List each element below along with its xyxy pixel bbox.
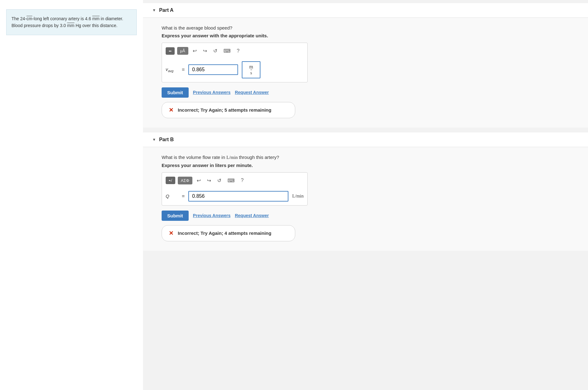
part-b-keyboard-btn[interactable]: ⌨ — [226, 176, 237, 185]
part-b-feedback-box: ✕ Incorrect; Try Again; 4 attempts remai… — [162, 225, 295, 241]
part-a-unit-fraction: m s — [242, 61, 260, 78]
right-panel: ▼ Part A What is the average blood speed… — [143, 0, 588, 390]
part-a-math-input-box: ▪▪ μÅ ↩ ↪ ↺ ⌨ ? vavg — [162, 43, 308, 82]
part-b-unit-label: L/min — [292, 193, 304, 199]
part-b-previous-answers-btn[interactable]: Previous Answers — [193, 213, 231, 218]
part-b-help-btn[interactable]: ? — [239, 176, 246, 184]
part-a-input-row: vavg = 0.865 m s — [166, 61, 304, 78]
part-a-feedback-box: ✕ Incorrect; Try Again; 5 attempts remai… — [162, 102, 295, 118]
problem-info-box: The 24-cm-long left coronary artery is 4… — [6, 9, 137, 35]
part-a-toolbar: ▪▪ μÅ ↩ ↪ ↺ ⌨ ? — [166, 47, 304, 58]
part-b-collapse-arrow[interactable]: ▼ — [152, 137, 156, 142]
part-b-submit-row: Submit Previous Answers Request Answer — [162, 211, 569, 221]
left-panel: The 24-cm-long left coronary artery is 4… — [0, 0, 143, 390]
part-a-request-answer-btn[interactable]: Request Answer — [235, 90, 269, 95]
part-b-express-label: Express your answer in liters per minute… — [162, 163, 569, 168]
part-a-unit-denominator: s — [250, 70, 252, 76]
part-a-reset-btn[interactable]: ↺ — [211, 47, 219, 55]
part-a-collapse-arrow[interactable]: ▼ — [152, 8, 156, 12]
part-a-help-btn[interactable]: ? — [235, 47, 241, 55]
part-b-equals: = — [182, 193, 185, 199]
part-b-header[interactable]: ▼ Part B — [143, 132, 588, 147]
part-a-submit-btn[interactable]: Submit — [162, 87, 189, 98]
part-b-number-input[interactable]: 0.856 — [188, 191, 288, 202]
part-b-template-icon1: ▪√ — [169, 178, 172, 183]
part-b-title: Part B — [159, 137, 174, 142]
part-b-question-pre: What is the volume flow rate in — [162, 155, 225, 160]
part-b-question: What is the volume flow rate in L/min th… — [162, 155, 569, 160]
part-a-express-label: Express your answer with the appropriate… — [162, 33, 569, 38]
part-a-template-icon1: ▪▪ — [169, 49, 172, 53]
part-b-section: ▼ Part B What is the volume flow rate in… — [143, 132, 588, 251]
part-b-incorrect-icon: ✕ — [169, 230, 173, 237]
part-a-submit-row: Submit Previous Answers Request Answer — [162, 87, 569, 98]
part-b-var-label: Q — [166, 193, 178, 199]
part-a-redo-btn[interactable]: ↪ — [201, 47, 209, 55]
part-a-header[interactable]: ▼ Part A — [143, 3, 588, 18]
part-b-question-post: through this artery? — [239, 155, 279, 160]
part-a-title: Part A — [159, 7, 174, 13]
part-b-math-input-box: ▪√ ΑΣΦ ↩ ↪ ↺ ⌨ ? Q — [162, 172, 308, 206]
part-a-body: What is the average blood speed? Express… — [143, 18, 588, 128]
part-a-previous-answers-btn[interactable]: Previous Answers — [193, 90, 231, 95]
part-a-incorrect-icon: ✕ — [169, 107, 173, 114]
part-b-question-unit: L/min — [226, 155, 239, 160]
part-a-number-input[interactable]: 0.865 — [188, 64, 238, 75]
part-a-template-btn2[interactable]: μÅ — [177, 47, 188, 55]
part-a-undo-btn[interactable]: ↩ — [191, 47, 199, 55]
part-a-section: ▼ Part A What is the average blood speed… — [143, 3, 588, 128]
part-a-var-label: vavg — [166, 67, 178, 73]
part-a-feedback-text: Incorrect; Try Again; 5 attempts remaini… — [178, 107, 271, 113]
part-b-template-btn2[interactable]: ΑΣΦ — [178, 177, 192, 184]
part-a-greek-label: μÅ — [180, 49, 185, 53]
info-text: The 24-cm-long left coronary artery is 4… — [11, 16, 123, 28]
part-a-unit-numerator: m — [249, 64, 253, 70]
part-b-feedback-text: Incorrect; Try Again; 4 attempts remaini… — [178, 230, 271, 236]
part-a-keyboard-btn[interactable]: ⌨ — [222, 47, 232, 55]
part-b-reset-btn[interactable]: ↺ — [215, 176, 223, 185]
part-b-body: What is the volume flow rate in L/min th… — [143, 147, 588, 251]
part-a-equals: = — [182, 67, 185, 72]
part-a-question: What is the average blood speed? — [162, 25, 569, 30]
part-b-request-answer-btn[interactable]: Request Answer — [235, 213, 269, 218]
part-b-greek-label: ΑΣΦ — [181, 178, 189, 183]
part-a-template-btn1[interactable]: ▪▪ — [166, 47, 175, 55]
part-b-input-row: Q = 0.856 L/min — [166, 191, 304, 202]
part-b-template-btn1[interactable]: ▪√ — [166, 177, 175, 184]
part-spacer — [143, 130, 588, 132]
part-b-toolbar: ▪√ ΑΣΦ ↩ ↪ ↺ ⌨ ? — [166, 176, 304, 187]
part-b-redo-btn[interactable]: ↪ — [205, 176, 213, 185]
part-b-submit-btn[interactable]: Submit — [162, 211, 189, 221]
part-b-undo-btn[interactable]: ↩ — [195, 176, 203, 185]
